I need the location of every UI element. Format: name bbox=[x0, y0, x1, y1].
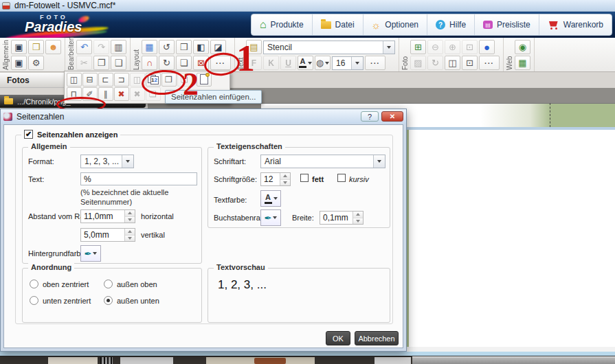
sphere-icon[interactable]: ● bbox=[479, 40, 495, 54]
paste-icon[interactable]: ❑ bbox=[111, 56, 126, 70]
format-select[interactable]: 1, 2, 3, ... bbox=[80, 155, 134, 168]
nav-hilfe[interactable]: ? Hilfe bbox=[427, 14, 475, 35]
copy-page-icon[interactable]: ❒ bbox=[176, 40, 192, 54]
align-middle-icon[interactable]: ⊟ bbox=[82, 73, 98, 87]
background-color-button[interactable]: ✒ bbox=[80, 245, 101, 262]
annotation-number-2: 2 bbox=[183, 69, 199, 100]
width-label: Breite: bbox=[292, 214, 314, 222]
font-size-select[interactable]: 16 bbox=[332, 56, 364, 70]
color-picker-icon: ✒ bbox=[85, 249, 92, 259]
grid-icon[interactable]: ▦ bbox=[142, 40, 157, 54]
rotate-right-icon[interactable]: ↻ bbox=[159, 56, 175, 70]
radio-oben-zentriert[interactable] bbox=[30, 280, 38, 288]
rotate-photo-icon[interactable]: ↻ bbox=[427, 56, 443, 70]
text-color-icon: A bbox=[299, 58, 306, 68]
cancel-button[interactable]: Abbrechen bbox=[355, 331, 399, 345]
nav-warenkorb[interactable]: Warenkorb bbox=[539, 14, 612, 35]
spin-up-icon[interactable] bbox=[280, 173, 290, 179]
page-number-text-input[interactable]: % bbox=[80, 172, 197, 185]
window-titlebar: dm-Fotowelt - USMVC.mcf* bbox=[0, 0, 615, 12]
spin-down-icon[interactable] bbox=[125, 216, 135, 223]
radio-aussen-oben[interactable] bbox=[104, 280, 113, 288]
undo-icon[interactable]: ↶ bbox=[76, 40, 92, 54]
trash-icon[interactable]: ▥ bbox=[111, 40, 126, 54]
bold-checkbox[interactable] bbox=[300, 174, 309, 182]
radio-aussen-unten[interactable] bbox=[104, 296, 113, 305]
magnet-icon[interactable]: ∩ bbox=[142, 56, 157, 70]
nav-optionen[interactable]: ☼ Optionen bbox=[364, 14, 427, 35]
zoom-in-icon[interactable]: ⊕ bbox=[445, 40, 460, 54]
letter-outline-color-button[interactable]: ✒ bbox=[260, 209, 281, 226]
crop-icon[interactable]: ⊡ bbox=[462, 40, 478, 54]
spread-icon[interactable]: ◫ bbox=[445, 56, 460, 70]
zoom-out-icon[interactable]: ⊖ bbox=[427, 40, 443, 54]
toolbar-section-text: Text ▤ Stencil F K U A bbox=[235, 38, 399, 71]
ok-button[interactable]: OK bbox=[326, 331, 350, 345]
margin-vertical-spinner[interactable]: 5,0mm bbox=[80, 228, 135, 242]
cut-icon[interactable]: ✂ bbox=[76, 56, 92, 70]
dialog-titlebar[interactable]: Seitenzahlen ? ✕ bbox=[1, 109, 406, 124]
nav-datei[interactable]: Datei bbox=[313, 14, 364, 35]
radio-unten-zentriert[interactable] bbox=[30, 296, 38, 305]
spin-down-icon[interactable] bbox=[353, 218, 363, 225]
chevron-down-icon[interactable] bbox=[373, 155, 385, 168]
photo-icon[interactable]: ▨ bbox=[410, 56, 426, 70]
spin-up-icon[interactable] bbox=[125, 229, 135, 235]
photo-thumbnail[interactable] bbox=[374, 357, 411, 364]
nav-preisliste[interactable]: ▤ Preisliste bbox=[475, 14, 539, 35]
settings-gear-icon[interactable]: ⚙ bbox=[28, 56, 44, 70]
thumbnail-ticks bbox=[100, 357, 113, 364]
redo-icon[interactable]: ↷ bbox=[93, 40, 109, 54]
save-as-icon[interactable]: ▣ bbox=[11, 56, 27, 70]
add-photo-icon[interactable]: ⊞ bbox=[410, 40, 426, 54]
rotate-left-icon[interactable]: ↺ bbox=[159, 40, 175, 54]
dialog-close-button[interactable]: ✕ bbox=[381, 111, 403, 122]
margin-horizontal-spinner[interactable]: 11,0mm bbox=[80, 209, 135, 223]
spin-up-icon[interactable] bbox=[353, 212, 363, 218]
distribute-horizontal-icon[interactable]: ◫ bbox=[67, 73, 82, 87]
dialog-help-button[interactable]: ? bbox=[361, 111, 379, 122]
align-right-icon[interactable]: ⊐ bbox=[114, 73, 129, 87]
font-size-spinner[interactable]: 12 bbox=[260, 172, 291, 186]
chevron-down-icon[interactable] bbox=[351, 57, 363, 69]
radio-unten-zentriert-label: unten zentriert bbox=[43, 297, 91, 305]
photo-thumbnail[interactable] bbox=[48, 357, 98, 364]
web-grid-icon[interactable]: ▦ bbox=[515, 56, 530, 70]
italic-button[interactable]: K bbox=[263, 56, 279, 70]
profile-icon[interactable]: ☻ bbox=[45, 40, 61, 54]
dialog-font-select[interactable]: Arial bbox=[260, 155, 385, 168]
nav-produkte[interactable]: ⌂ Produkte bbox=[251, 14, 313, 35]
spin-down-icon[interactable] bbox=[280, 179, 290, 186]
web-globe-icon[interactable]: ◉ bbox=[515, 40, 530, 54]
foto-more-button[interactable]: ··· bbox=[479, 56, 500, 70]
toolbar-section-allgemein: Allgemein ▣ ❒ ☻ ▣ ⚙ bbox=[0, 38, 65, 71]
text-more-button[interactable]: ··· bbox=[365, 56, 385, 70]
fotos-panel-title: Fotos bbox=[7, 76, 30, 85]
copy-icon[interactable]: ❐ bbox=[93, 56, 109, 70]
clear-icon[interactable]: ✖ bbox=[130, 87, 145, 101]
spin-up-icon[interactable] bbox=[125, 210, 135, 216]
spin-down-icon[interactable] bbox=[125, 235, 135, 242]
page-canvas[interactable] bbox=[409, 130, 615, 351]
dialog-text-color-button[interactable]: A bbox=[260, 190, 281, 207]
delete-marked-icon[interactable]: ✖ bbox=[114, 87, 129, 101]
app-window: dm-Fotowelt - USMVC.mcf* FOTO Paradies ⌂… bbox=[0, 0, 615, 364]
underline-button[interactable]: U bbox=[280, 56, 296, 70]
save-icon[interactable]: ▣ bbox=[11, 40, 27, 54]
size-bars-icon[interactable]: ∥ bbox=[98, 87, 113, 101]
fill-color-button[interactable]: ◍ bbox=[315, 56, 331, 70]
frame-icon[interactable]: ⊡ bbox=[462, 56, 478, 70]
show-page-numbers-checkbox[interactable]: ✔ bbox=[24, 130, 33, 139]
open-folder-icon[interactable]: ❒ bbox=[28, 40, 44, 54]
text-color-button[interactable]: A bbox=[298, 56, 313, 70]
font-family-select[interactable]: Stencil bbox=[263, 41, 395, 54]
chevron-down-icon[interactable] bbox=[383, 41, 394, 54]
photo-thumbnail[interactable] bbox=[206, 357, 315, 364]
italic-checkbox[interactable] bbox=[337, 174, 346, 182]
insert-page-icon[interactable]: ◧ bbox=[193, 40, 209, 54]
horizontal-suffix: horizontal bbox=[141, 212, 174, 220]
chevron-down-icon[interactable] bbox=[122, 155, 133, 168]
align-left-icon[interactable]: ⊏ bbox=[98, 73, 113, 87]
outline-width-spinner[interactable]: 0,1mm bbox=[320, 211, 364, 225]
photo-thumbnail[interactable] bbox=[120, 357, 173, 364]
